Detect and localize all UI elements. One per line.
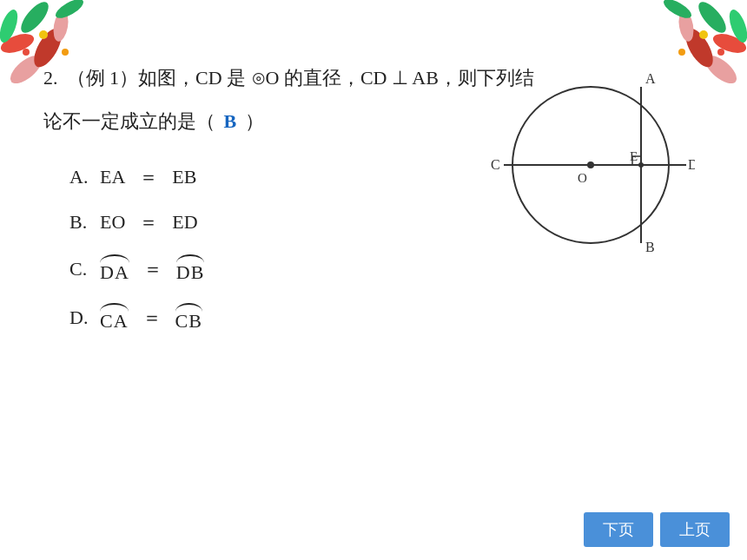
- svg-point-25: [638, 162, 644, 168]
- option-d-label: D.: [69, 306, 100, 329]
- arc-db: DB: [176, 254, 205, 284]
- label-D: D: [688, 157, 695, 172]
- svg-point-14: [694, 0, 730, 37]
- option-d-content: CA ＝ CB: [100, 303, 202, 333]
- option-b-content: EO ＝ ED: [100, 209, 198, 235]
- option-b-label: B.: [69, 211, 100, 234]
- answer-letter: B: [224, 110, 237, 132]
- svg-point-24: [587, 161, 594, 168]
- prev-page-button[interactable]: 上页: [660, 512, 730, 547]
- label-C: C: [491, 157, 500, 172]
- option-c-label: C.: [69, 258, 100, 280]
- option-a-content: EA ＝ EB: [100, 164, 196, 190]
- svg-point-7: [39, 30, 48, 39]
- option-c-content: DA ＝ DB: [100, 254, 204, 284]
- arc-cb: CB: [175, 303, 202, 333]
- label-A: A: [645, 71, 656, 86]
- question-text-part2: 论不一定成立的是（ B ）: [43, 104, 264, 139]
- label-B: B: [645, 240, 655, 254]
- arc-ca: CA: [100, 303, 129, 333]
- option-d: D. CA ＝ CB: [69, 303, 704, 333]
- bottom-buttons: 下页 上页: [584, 512, 730, 547]
- svg-point-18: [678, 49, 685, 56]
- svg-point-19: [717, 49, 724, 56]
- svg-point-8: [62, 49, 69, 56]
- circle-diagram: A B C D E O: [486, 69, 695, 260]
- label-E: E: [630, 149, 638, 163]
- question-text-part1: （例 1）如图，CD 是 ⊙O 的直径，CD ⊥ AB，则下列结: [67, 61, 534, 96]
- svg-point-9: [23, 49, 30, 56]
- next-page-button[interactable]: 下页: [584, 512, 653, 547]
- label-O: O: [578, 171, 587, 185]
- arc-da: DA: [100, 254, 129, 284]
- question-number: 2.: [43, 61, 58, 96]
- option-a-label: A.: [69, 166, 100, 188]
- svg-point-17: [699, 30, 708, 39]
- svg-point-4: [17, 0, 53, 37]
